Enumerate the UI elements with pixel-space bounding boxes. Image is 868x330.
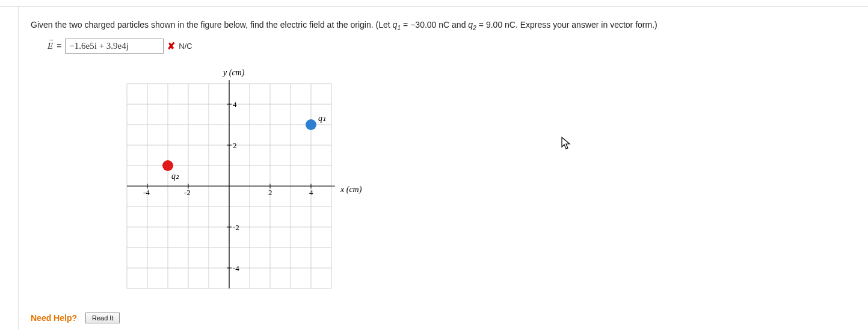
problem-intro: Given the two charged particles shown in…: [31, 20, 393, 30]
plot-area: -4 -2 2 4 4 2 -2 -4 q₁ q₂: [127, 80, 335, 288]
chart-svg: y (cm) x (cm): [103, 66, 380, 307]
xtick-2: 2: [268, 188, 272, 197]
e-vector-label: → E: [48, 41, 53, 51]
page: Given the two charged particles shown in…: [0, 0, 868, 330]
figure: y (cm) x (cm): [19, 54, 868, 313]
problem-panel: Given the two charged particles shown in…: [18, 7, 868, 329]
answer-row: → E = −1.6e5i + 3.9e4j ✘ N/C: [19, 39, 868, 54]
point-q2: [162, 160, 173, 171]
ytick-4: 4: [233, 100, 237, 109]
xtick--4: -4: [143, 188, 150, 197]
answer-input[interactable]: −1.6e5i + 3.9e4j: [65, 39, 164, 54]
ytick--4: -4: [233, 264, 239, 273]
xtick-4: 4: [309, 188, 313, 197]
read-it-button[interactable]: Read It: [85, 313, 120, 323]
answer-value: −1.6e5i + 3.9e4j: [69, 41, 129, 51]
answer-units: N/C: [179, 42, 192, 51]
ytick--2: -2: [233, 223, 239, 232]
eq1: =: [401, 20, 410, 30]
q2-value: 9.00 nC.: [486, 20, 518, 30]
and-text: and: [449, 20, 468, 30]
need-help-label: Need Help?: [31, 313, 77, 323]
vector-arrow-icon: →: [48, 36, 54, 43]
problem-statement: Given the two charged particles shown in…: [19, 7, 868, 39]
eq2: =: [476, 20, 486, 30]
label-q2: q₂: [171, 172, 179, 181]
y-axis-label: y (cm): [222, 68, 245, 78]
q2-symbol: q: [468, 20, 473, 30]
incorrect-icon: ✘: [167, 40, 175, 52]
x-axis-label: x (cm): [340, 185, 362, 195]
help-row: Need Help? Read It: [19, 313, 868, 323]
ytick-2: 2: [233, 141, 237, 150]
label-q1: q₁: [318, 114, 326, 123]
xtick--2: -2: [184, 188, 191, 197]
equals-sign: =: [57, 41, 61, 51]
problem-outro: Express your answer in vector form.): [518, 20, 657, 30]
point-q1: [306, 119, 316, 130]
top-bar: [0, 0, 868, 7]
q1-value: −30.00 nC: [410, 20, 449, 30]
